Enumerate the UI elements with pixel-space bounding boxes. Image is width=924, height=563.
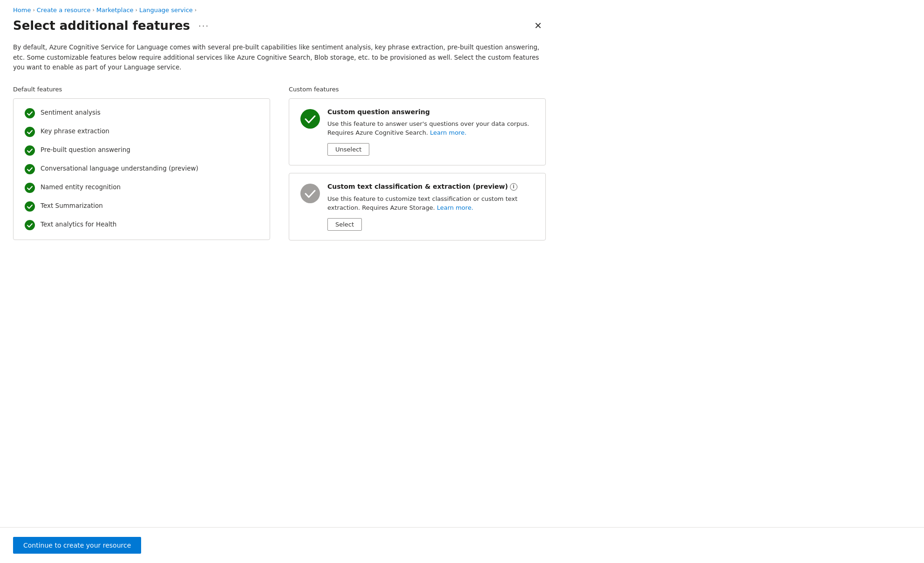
custom-features-col: Custom question answering Use this featu… bbox=[289, 98, 546, 240]
card-icon bbox=[300, 109, 320, 130]
breadcrumb: Home › Create a resource › Marketplace ›… bbox=[0, 0, 924, 18]
breadcrumb-create-resource[interactable]: Create a resource bbox=[37, 7, 91, 14]
custom-features-label: Custom features bbox=[289, 86, 546, 93]
feature-label: Named entity recognition bbox=[41, 183, 121, 192]
default-features-box: Sentiment analysis Key phrase extraction… bbox=[13, 98, 270, 240]
info-icon[interactable]: i bbox=[510, 183, 517, 191]
default-features-section: Default features Sentiment analysis Key … bbox=[13, 86, 270, 240]
breadcrumb-sep-3: › bbox=[136, 7, 137, 13]
unselect-button[interactable]: Unselect bbox=[327, 143, 369, 156]
default-feature-item: Text analytics for Health bbox=[25, 220, 258, 230]
check-icon bbox=[25, 127, 35, 137]
default-feature-item: Sentiment analysis bbox=[25, 108, 258, 118]
card-title: Custom text classification & extraction … bbox=[327, 183, 534, 191]
check-icon bbox=[25, 145, 35, 156]
default-features-label: Default features bbox=[13, 86, 270, 93]
feature-label: Text Summarization bbox=[41, 201, 103, 210]
feature-label: Key phrase extraction bbox=[41, 127, 109, 136]
breadcrumb-home[interactable]: Home bbox=[13, 7, 31, 14]
card-title: Custom question answering bbox=[327, 108, 534, 116]
default-feature-item: Key phrase extraction bbox=[25, 127, 258, 137]
svg-point-2 bbox=[25, 145, 35, 156]
page-title: Select additional features bbox=[13, 19, 190, 33]
check-icon bbox=[25, 220, 35, 230]
default-feature-item: Conversational language understanding (p… bbox=[25, 164, 258, 174]
svg-point-4 bbox=[25, 183, 35, 193]
learn-more-link[interactable]: Learn more. bbox=[437, 204, 473, 211]
feature-label: Text analytics for Health bbox=[41, 220, 116, 229]
breadcrumb-language-service[interactable]: Language service bbox=[139, 7, 193, 14]
svg-point-3 bbox=[25, 164, 35, 174]
card-content: Custom question answering Use this featu… bbox=[327, 108, 534, 156]
feature-label: Conversational language understanding (p… bbox=[41, 164, 198, 173]
learn-more-link[interactable]: Learn more. bbox=[430, 129, 466, 136]
card-content: Custom text classification & extraction … bbox=[327, 183, 534, 231]
card-description: Use this feature to answer user's questi… bbox=[327, 119, 534, 137]
select-button[interactable]: Select bbox=[327, 218, 362, 231]
breadcrumb-sep-4: › bbox=[195, 7, 197, 13]
svg-point-8 bbox=[300, 184, 320, 203]
custom-card-custom-question-answering: Custom question answering Use this featu… bbox=[289, 98, 546, 165]
default-feature-item: Named entity recognition bbox=[25, 183, 258, 193]
check-icon bbox=[25, 201, 35, 212]
svg-point-0 bbox=[25, 108, 35, 118]
close-button[interactable]: ✕ bbox=[530, 18, 546, 33]
features-row: Default features Sentiment analysis Key … bbox=[13, 86, 546, 240]
svg-point-5 bbox=[25, 201, 35, 212]
check-icon bbox=[25, 183, 35, 193]
feature-label: Pre-built question answering bbox=[41, 145, 130, 154]
more-options-button[interactable]: ··· bbox=[196, 20, 212, 32]
default-feature-item: Pre-built question answering bbox=[25, 145, 258, 156]
check-icon bbox=[25, 164, 35, 174]
check-icon bbox=[25, 108, 35, 118]
feature-label: Sentiment analysis bbox=[41, 108, 101, 117]
continue-button[interactable]: Continue to create your resource bbox=[13, 537, 141, 554]
card-header: Custom question answering Use this featu… bbox=[300, 108, 534, 156]
svg-point-1 bbox=[25, 127, 35, 137]
card-icon bbox=[300, 184, 320, 205]
svg-point-7 bbox=[300, 109, 320, 129]
custom-card-custom-text-classification: Custom text classification & extraction … bbox=[289, 173, 546, 240]
breadcrumb-sep-1: › bbox=[33, 7, 34, 13]
page-description: By default, Azure Cognitive Service for … bbox=[13, 42, 546, 73]
svg-point-6 bbox=[25, 220, 35, 230]
card-description: Use this feature to customize text class… bbox=[327, 194, 534, 213]
footer-bar: Continue to create your resource bbox=[0, 527, 924, 563]
breadcrumb-sep-2: › bbox=[92, 7, 94, 13]
default-feature-item: Text Summarization bbox=[25, 201, 258, 212]
breadcrumb-marketplace[interactable]: Marketplace bbox=[96, 7, 134, 14]
card-header: Custom text classification & extraction … bbox=[300, 183, 534, 231]
custom-features-section: Custom features Custom question answerin… bbox=[289, 86, 546, 240]
